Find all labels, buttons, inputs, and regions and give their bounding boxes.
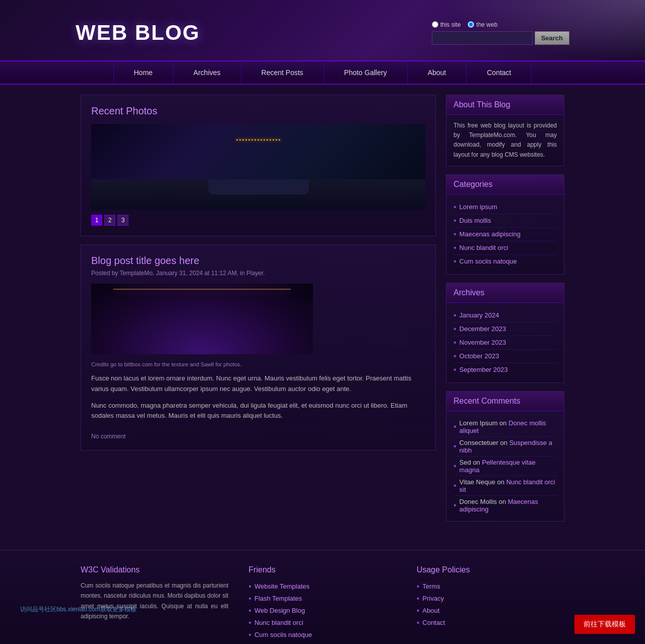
- nav: Home Archives Recent Posts Photo Gallery…: [0, 60, 645, 85]
- stage-lights: [113, 289, 291, 290]
- photo-light: [276, 139, 277, 141]
- archive-link[interactable]: November 2023: [460, 339, 506, 346]
- comment-text: Vitae Neque on Nunc blandit orci sit: [460, 478, 557, 493]
- list-item: •Nunc blandit orci: [248, 617, 396, 629]
- footer-w3c-title: W3C Validations: [81, 565, 228, 574]
- post-meta: Posted by TemplateMo, January 31, 2024 a…: [91, 270, 425, 277]
- bullet-icon: •: [248, 618, 251, 627]
- page-btn-3[interactable]: 3: [117, 215, 128, 226]
- search-radio-site[interactable]: this site: [432, 21, 461, 28]
- post-image: [91, 284, 313, 354]
- comment-text: Donec Mollis on Maecenas adipiscing: [460, 498, 557, 513]
- list-item: •About: [417, 605, 564, 617]
- archive-link[interactable]: September 2023: [460, 366, 508, 373]
- friend-link[interactable]: Cum sociis natoque: [254, 631, 312, 638]
- friend-link[interactable]: Website Templates: [254, 583, 309, 590]
- search-radio-web[interactable]: the web: [468, 21, 497, 28]
- blog-post-section: Blog post title goes here Posted by Temp…: [81, 244, 436, 450]
- bullet-icon: •: [454, 311, 457, 320]
- bullet-icon: •: [454, 501, 457, 510]
- usage-link[interactable]: About: [422, 607, 439, 614]
- search-input[interactable]: [432, 31, 533, 45]
- footer-w3c-text: Cum sociis natoque penatibus et magnis d…: [81, 581, 228, 622]
- category-link[interactable]: Lorem ipsum: [460, 203, 497, 211]
- recent-comments-list: •Lorem Ipsum on Donec mollis aliquet •Co…: [454, 417, 557, 515]
- stage-background: [91, 284, 313, 354]
- recent-comments-widget-title: Recent Comments: [446, 392, 564, 411]
- footer-friends: Friends •Website Templates •Flash Templa…: [248, 565, 396, 641]
- bullet-icon: •: [248, 582, 251, 591]
- archives-widget-title: Archives: [446, 283, 564, 303]
- recent-photos-section: Recent Photos: [81, 95, 436, 236]
- footer-w3c: W3C Validations Cum sociis natoque penat…: [81, 565, 228, 641]
- nav-item-home[interactable]: Home: [113, 61, 173, 84]
- bullet-icon: •: [454, 257, 457, 266]
- bullet-icon: •: [454, 325, 457, 334]
- bullet-icon: •: [454, 243, 457, 252]
- list-item: •Web Design Blog: [248, 605, 396, 617]
- category-link[interactable]: Maecenas adipiscing: [460, 230, 521, 238]
- usage-link[interactable]: Privacy: [422, 595, 444, 602]
- photo-light: [254, 139, 256, 141]
- archive-link[interactable]: October 2023: [460, 352, 499, 360]
- nav-item-recent-posts[interactable]: Recent Posts: [241, 61, 324, 84]
- friend-link[interactable]: Flash Templates: [254, 595, 302, 602]
- list-item: •Contact: [417, 617, 564, 629]
- list-item: •January 2024: [454, 309, 557, 323]
- recent-comments-widget: Recent Comments •Lorem Ipsum on Donec mo…: [446, 391, 564, 522]
- photo-light: [236, 139, 238, 141]
- page-btn-2[interactable]: 2: [104, 215, 115, 226]
- photo-light: [245, 139, 247, 141]
- nav-item-contact[interactable]: Contact: [467, 61, 532, 84]
- nav-item-about[interactable]: About: [408, 61, 467, 84]
- floating-download-banner[interactable]: 前往下载模板: [574, 615, 635, 634]
- nav-item-photo-gallery[interactable]: Photo Gallery: [324, 61, 408, 84]
- nav-item-archives[interactable]: Archives: [173, 61, 241, 84]
- footer: W3C Validations Cum sociis natoque penat…: [0, 550, 645, 644]
- search-button[interactable]: Search: [535, 31, 569, 45]
- footer-friends-title: Friends: [248, 565, 396, 574]
- photo-light: [251, 139, 253, 141]
- list-item: •October 2023: [454, 350, 557, 363]
- post-body-2: Nunc commodo, magna pharetra semper vehi…: [91, 401, 425, 422]
- bullet-icon: •: [417, 582, 420, 591]
- list-item: •Terms: [417, 581, 564, 593]
- footer-usage-title: Usage Policies: [417, 565, 564, 574]
- archives-widget-body: •January 2024 •December 2023 •November 2…: [446, 303, 564, 382]
- categories-widget: Categories •Lorem ipsum •Duis mollis •Ma…: [446, 174, 564, 275]
- bullet-icon: •: [454, 216, 457, 225]
- bullet-icon: •: [248, 594, 251, 603]
- header: WEB BLOG this site the web Search: [0, 0, 645, 60]
- categories-widget-body: •Lorem ipsum •Duis mollis •Maecenas adip…: [446, 195, 564, 274]
- category-link[interactable]: Nunc blandit orci: [460, 244, 508, 251]
- list-item: •November 2023: [454, 336, 557, 350]
- photo-main-image: [91, 124, 425, 210]
- usage-link[interactable]: Contact: [422, 619, 445, 626]
- page-btn-1[interactable]: 1: [91, 215, 102, 226]
- list-item: •Website Templates: [248, 581, 396, 593]
- sidebar: About This Blog This free web blog layou…: [446, 95, 564, 530]
- bullet-icon: •: [454, 230, 457, 239]
- bullet-icon: •: [417, 594, 420, 603]
- post-footer: No comment: [91, 427, 425, 440]
- photo-light: [257, 139, 259, 141]
- comment-link[interactable]: Pellentesque vitae magna: [460, 459, 536, 474]
- archive-link[interactable]: December 2023: [460, 325, 506, 333]
- list-item: •Lorem ipsum: [454, 201, 557, 214]
- footer-inner: W3C Validations Cum sociis natoque penat…: [81, 565, 564, 641]
- bullet-icon: •: [248, 606, 251, 615]
- archive-link[interactable]: January 2024: [460, 311, 499, 319]
- recent-comments-widget-body: •Lorem Ipsum on Donec mollis aliquet •Co…: [446, 411, 564, 521]
- post-credits: Credits go to bittbox.com for the textur…: [91, 361, 425, 367]
- photo-light: [279, 139, 280, 141]
- post-body-1: Fusce non lacus et lorem ornare interdum…: [91, 373, 425, 395]
- comment-text: Sed on Pellentesque vitae magna: [460, 459, 557, 474]
- comment-text: Consectetuer on Suspendisse a nibh: [460, 439, 557, 454]
- photo-light: [242, 139, 244, 141]
- category-link[interactable]: Duis mollis: [460, 217, 491, 224]
- friend-link[interactable]: Nunc blandit orci: [254, 619, 303, 626]
- category-link[interactable]: Cum sociis natoque: [460, 257, 517, 265]
- friend-link[interactable]: Web Design Blog: [254, 607, 305, 614]
- usage-link[interactable]: Terms: [422, 583, 440, 590]
- bullet-icon: •: [454, 422, 457, 431]
